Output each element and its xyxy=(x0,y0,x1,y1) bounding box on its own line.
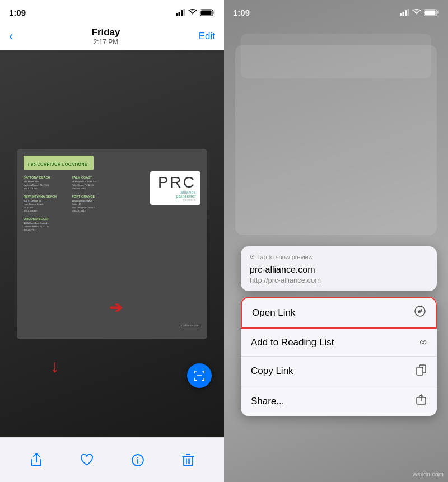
bottom-toolbar xyxy=(0,437,224,482)
preview-tap-icon: ⊙ xyxy=(250,253,255,260)
svg-rect-30 xyxy=(425,10,436,15)
copy-link-item[interactable]: Copy Link xyxy=(241,357,437,386)
left-time: 1:09 xyxy=(9,8,26,17)
arrow-down: ↓ xyxy=(50,356,59,377)
newsmyrna-name: NEW SMYRNA BEACH xyxy=(24,195,67,198)
edit-button[interactable]: Edit xyxy=(199,31,215,42)
right-battery-icon xyxy=(424,9,439,16)
svg-rect-3 xyxy=(184,9,185,16)
svg-rect-8 xyxy=(194,371,195,373)
palmcoast-name: PALM COAST xyxy=(72,176,115,179)
right-wifi-icon xyxy=(412,9,421,16)
daytona-name: DAYTONA BEACH xyxy=(24,176,67,179)
copy-icon xyxy=(416,364,427,376)
svg-rect-29 xyxy=(437,11,439,14)
favorite-button[interactable] xyxy=(80,454,94,466)
add-reading-list-item[interactable]: Add to Reading List ∞ xyxy=(241,329,437,357)
nav-title-sub: 2:17 PM xyxy=(92,38,120,46)
location-palmcoast: PALM COAST 21 Hospital Dr. Suite 120Palm… xyxy=(72,176,115,190)
add-reading-list-label: Add to Reading List xyxy=(251,337,334,348)
delete-button[interactable] xyxy=(182,453,194,467)
svg-rect-10 xyxy=(204,371,205,373)
svg-rect-5 xyxy=(213,11,215,14)
svg-rect-1 xyxy=(179,12,180,16)
portorange-name: PORT ORANGE xyxy=(72,195,115,198)
left-status-icons xyxy=(176,9,215,16)
svg-rect-25 xyxy=(403,12,404,16)
location-daytona: DAYTONA BEACH 512 Health BlvdDaytona Bea… xyxy=(24,176,67,190)
svg-rect-34 xyxy=(417,367,423,375)
action-menu: Open Link Add to Reading List ∞ Copy Lin… xyxy=(241,297,437,416)
prc-logo: PRC alliance painrelief centers xyxy=(150,171,200,205)
svg-rect-14 xyxy=(204,378,205,381)
share-menu-icon xyxy=(416,394,427,408)
preview-tap-label: ⊙ Tap to show preview xyxy=(250,253,428,260)
right-status-icons xyxy=(400,9,439,16)
card-photo: I-95 CORRIDOR LOCATIONS: DAYTONA BEACH 5… xyxy=(17,149,207,339)
share-item[interactable]: Share... xyxy=(241,386,437,416)
watermark: wsxdn.com xyxy=(413,471,444,478)
location-portorange: PORT ORANGE 1165 Dunlawton AveSuite 101P… xyxy=(72,195,115,213)
prc-painrelief: painrelief xyxy=(155,194,196,198)
preview-domain: prc-alliance.com xyxy=(250,265,428,275)
prc-centers: centers xyxy=(155,198,196,202)
right-time: 1:09 xyxy=(233,8,250,17)
newsmyrna-detail: 501 S. Orange St.New Smyrna Beach,FL 321… xyxy=(24,199,67,213)
arrow-right: ➔ xyxy=(109,298,122,317)
copy-link-icon xyxy=(416,364,427,378)
url-text: prcalliance.com xyxy=(180,324,199,327)
reading-list-icon: ∞ xyxy=(419,336,427,348)
location-newsmyrna: NEW SMYRNA BEACH 501 S. Orange St.New Sm… xyxy=(24,195,67,213)
wifi-icon xyxy=(188,9,197,16)
scan-icon xyxy=(193,369,206,382)
open-link-label: Open Link xyxy=(252,307,296,319)
location-ormond: ORMOND BEACH 1545 Hand Ave, Suite A1Ormo… xyxy=(24,217,67,232)
battery-icon xyxy=(200,9,215,16)
trash-icon xyxy=(182,453,194,467)
signal-icon xyxy=(176,9,185,16)
svg-rect-26 xyxy=(405,10,407,16)
svg-point-32 xyxy=(419,311,421,312)
preview-url: http://prc-alliance.com xyxy=(250,276,428,284)
svg-rect-6 xyxy=(201,10,212,15)
right-status-bar: 1:09 xyxy=(224,0,448,25)
info-icon xyxy=(131,453,144,467)
share-icon xyxy=(30,453,43,467)
share-button[interactable] xyxy=(30,453,43,467)
right-panel: 1:09 ⊙ xyxy=(224,0,448,482)
photo-content: I-95 CORRIDOR LOCATIONS: DAYTONA BEACH 5… xyxy=(0,50,224,437)
svg-rect-2 xyxy=(181,10,183,16)
info-button[interactable] xyxy=(131,453,144,467)
scan-button[interactable] xyxy=(187,363,212,388)
share-icon-right xyxy=(416,394,427,405)
right-signal-icon xyxy=(400,9,409,16)
card-header: I-95 CORRIDOR LOCATIONS: xyxy=(24,156,94,170)
ormond-name: ORMOND BEACH xyxy=(24,217,67,221)
daytona-detail: 512 Health BlvdDaytona Beach, FL 3211438… xyxy=(24,180,67,190)
open-link-icon xyxy=(414,306,426,320)
back-button[interactable]: ‹ xyxy=(9,29,13,44)
nav-title: Friday 2:17 PM xyxy=(92,27,120,46)
ormond-detail: 1545 Hand Ave, Suite A1Ormond Beach, FL … xyxy=(24,222,67,232)
open-link-item[interactable]: Open Link xyxy=(241,297,437,329)
locations-grid: DAYTONA BEACH 512 Health BlvdDaytona Bea… xyxy=(24,176,121,232)
svg-point-18 xyxy=(137,457,138,458)
nav-title-main: Friday xyxy=(92,27,120,38)
left-status-bar: 1:09 xyxy=(0,0,224,25)
context-area: ⊙ Tap to show preview prc-alliance.com h… xyxy=(241,246,437,416)
svg-rect-15 xyxy=(197,375,202,376)
card-header-text: I-95 CORRIDOR LOCATIONS: xyxy=(28,162,89,166)
compass-icon xyxy=(414,306,426,317)
left-nav-bar: ‹ Friday 2:17 PM Edit xyxy=(0,25,224,50)
svg-rect-12 xyxy=(194,378,195,381)
portorange-detail: 1165 Dunlawton AveSuite 101Port Orange, … xyxy=(72,199,115,213)
palmcoast-detail: 21 Hospital Dr. Suite 120Palm Coast, FL … xyxy=(72,180,115,190)
photo-main: I-95 CORRIDOR LOCATIONS: DAYTONA BEACH 5… xyxy=(0,50,224,437)
copy-link-label: Copy Link xyxy=(251,366,293,377)
bg-card-top xyxy=(241,34,431,78)
svg-rect-0 xyxy=(176,13,178,16)
share-label: Share... xyxy=(251,396,284,407)
svg-rect-27 xyxy=(408,9,409,16)
preview-card[interactable]: ⊙ Tap to show preview prc-alliance.com h… xyxy=(241,246,437,291)
heart-icon xyxy=(80,454,94,466)
